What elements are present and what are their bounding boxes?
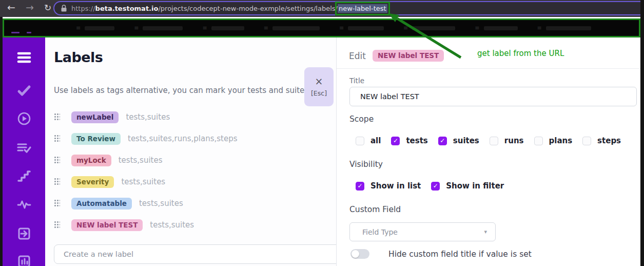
redacted-item: ≡ [264,25,320,31]
checkbox-label: all [370,136,381,145]
label-badge[interactable]: myLock [71,155,111,166]
annotation-text: get label from the URL [477,49,564,58]
drag-handle-icon[interactable] [54,178,60,186]
label-scope: tests,suites [119,156,163,165]
checkbox-all[interactable] [356,137,364,145]
forward-button[interactable]: → [26,2,34,13]
scope-option-suites[interactable]: suites [438,136,479,145]
close-icon[interactable]: × [315,77,323,86]
drag-handle-icon[interactable] [54,113,60,121]
sidebar-item-analytics[interactable] [3,252,45,266]
checkbox-label: tests [406,136,427,145]
steps-icon [17,169,31,183]
drag-handle-icon[interactable] [54,156,60,164]
page-description: Use labels as tags alternative, you can … [54,86,304,95]
visibility-section-label: Visibility [349,160,383,169]
redacted-item: ≡ [134,25,183,31]
checkbox-suites[interactable] [438,137,447,145]
label-badge[interactable]: To Review [71,133,121,145]
label-row[interactable]: NEW label TEST tests,suites [54,214,331,236]
label-badge[interactable]: newLabel [71,111,119,123]
redacted-logo [27,32,31,33]
checkbox-label: suites [453,136,479,145]
lock-icon[interactable] [61,5,67,12]
label-row[interactable]: Automatable tests,suites [54,193,331,214]
toggle-knob [352,250,359,258]
redacted-item: ≡ [202,25,244,31]
checkbox-plans[interactable] [534,137,543,145]
drag-handle-icon[interactable] [54,199,60,207]
sidebar-item-activity[interactable] [3,195,45,214]
visibility-option-show-in-list[interactable]: Show in list [356,181,421,191]
browser-chrome: ← → ↻ https://beta.testomat.io/projects/… [0,0,644,17]
close-panel-button[interactable]: × [Esc] [304,67,334,106]
title-field-label: Title [349,77,364,85]
back-button[interactable]: ← [7,2,15,13]
url-scheme: https:// [71,5,95,12]
hide-title-toggle-label: Hide custom field title if value is set [388,250,532,259]
checkbox-runs[interactable] [490,137,498,145]
label-scope: tests,suites [126,112,170,122]
label-scope: tests,suites,runs,plans,steps [128,134,238,143]
label-scope: tests,suites [121,177,165,186]
checkbox-tests[interactable] [391,137,400,145]
label-row[interactable]: myLock tests,suites [54,149,331,171]
visibility-option-show-in-filter[interactable]: Show in filter [431,181,504,191]
url-bar[interactable]: https://beta.testomat.io/projects/codece… [53,1,644,15]
redacted-item: ≡ [475,25,517,31]
scope-option-tests[interactable]: tests [391,136,427,145]
window-edge-left [0,17,3,266]
checkbox-label: Show in list [370,181,421,191]
scope-section-label: Scope [349,115,374,124]
checkbox-show-in-filter[interactable] [431,182,440,191]
sidebar [3,37,45,266]
main-content: Labels Use labels as tags alternative, y… [45,37,336,266]
scope-option-plans[interactable]: plans [534,136,573,145]
chevron-down-icon: ▾ [484,229,487,235]
url-highlighted-segment: new-label-test [338,4,387,13]
url-text: https://beta.testomat.io/projects/codece… [71,5,387,12]
redacted-item: ≡ [537,25,591,31]
import-icon [17,226,31,241]
menu-icon [16,51,32,64]
sidebar-item-runs[interactable] [3,109,45,128]
title-input[interactable] [349,87,637,106]
panel-header: Edit NEW label TEST [349,50,444,62]
check-icon [17,84,31,98]
label-row[interactable]: newLabel tests,suites [54,106,331,128]
hide-title-toggle-row: Hide custom field title if value is set [350,249,532,259]
drag-handle-icon[interactable] [54,221,60,229]
sidebar-item-tests[interactable] [3,82,45,100]
divider [337,68,640,69]
scope-option-steps[interactable]: steps [582,136,621,145]
label-badge[interactable]: Severity [71,176,114,188]
label-scope: tests,suites [150,220,194,230]
label-badge[interactable]: Automatable [71,198,132,210]
checkbox-label: Show in filter [446,181,504,191]
visibility-options: Show in list Show in filter [356,181,504,191]
sidebar-item-steps[interactable] [3,167,45,185]
activity-icon [17,199,31,210]
scope-option-all[interactable]: all [356,136,381,145]
redacted-navbar: ≡ ≡ ≡ ≡ ≡ ≡ ≡ ≡ [3,18,640,37]
create-label-input[interactable] [54,244,349,264]
scope-option-runs[interactable]: runs [490,136,524,145]
label-row[interactable]: To Review tests,suites,runs,plans,steps [54,128,331,149]
label-badge[interactable]: NEW label TEST [71,219,143,231]
sidebar-item-import[interactable] [3,224,45,243]
field-type-placeholder: Field Type [362,228,484,236]
url-domain: beta.testomat.io [95,5,159,12]
checkbox-steps[interactable] [582,137,591,145]
window-edge-right [640,0,644,266]
label-row[interactable]: Severity tests,suites [54,171,331,193]
sidebar-item-plans[interactable] [3,139,45,157]
redacted-items: ≡ ≡ ≡ ≡ ≡ ≡ ≡ ≡ [76,20,591,36]
checkbox-label: plans [549,136,573,145]
bar-chart-icon [17,254,31,266]
hide-title-toggle[interactable] [350,249,369,259]
sidebar-item-menu[interactable] [3,48,45,67]
field-type-select[interactable]: Field Type ▾ [349,222,496,241]
reload-button[interactable]: ↻ [44,3,51,13]
checkbox-show-in-list[interactable] [356,182,364,191]
drag-handle-icon[interactable] [54,135,60,143]
